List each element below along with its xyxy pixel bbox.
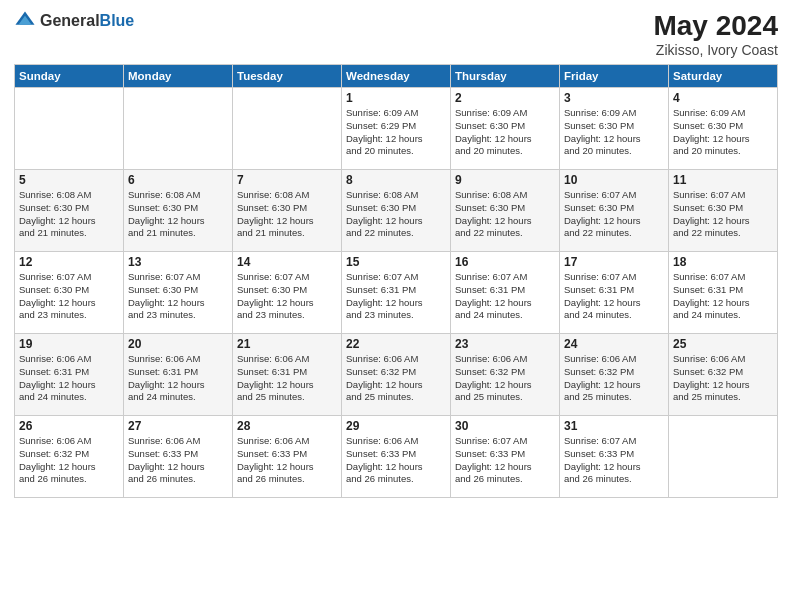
day-number: 23 [455, 337, 555, 351]
day-info: Sunrise: 6:06 AM Sunset: 6:33 PM Dayligh… [237, 435, 337, 486]
day-info: Sunrise: 6:07 AM Sunset: 6:30 PM Dayligh… [564, 189, 664, 240]
table-row: 25Sunrise: 6:06 AM Sunset: 6:32 PM Dayli… [669, 334, 778, 416]
table-row: 4Sunrise: 6:09 AM Sunset: 6:30 PM Daylig… [669, 88, 778, 170]
day-number: 6 [128, 173, 228, 187]
header-tuesday: Tuesday [233, 65, 342, 88]
logo: GeneralBlue [14, 10, 134, 32]
day-info: Sunrise: 6:09 AM Sunset: 6:30 PM Dayligh… [455, 107, 555, 158]
day-number: 16 [455, 255, 555, 269]
table-row: 31Sunrise: 6:07 AM Sunset: 6:33 PM Dayli… [560, 416, 669, 498]
table-row: 27Sunrise: 6:06 AM Sunset: 6:33 PM Dayli… [124, 416, 233, 498]
day-number: 10 [564, 173, 664, 187]
calendar-week-4: 19Sunrise: 6:06 AM Sunset: 6:31 PM Dayli… [15, 334, 778, 416]
day-info: Sunrise: 6:07 AM Sunset: 6:31 PM Dayligh… [346, 271, 446, 322]
header-friday: Friday [560, 65, 669, 88]
table-row: 5Sunrise: 6:08 AM Sunset: 6:30 PM Daylig… [15, 170, 124, 252]
table-row: 6Sunrise: 6:08 AM Sunset: 6:30 PM Daylig… [124, 170, 233, 252]
calendar-location: Zikisso, Ivory Coast [653, 42, 778, 58]
calendar-week-1: 1Sunrise: 6:09 AM Sunset: 6:29 PM Daylig… [15, 88, 778, 170]
table-row: 13Sunrise: 6:07 AM Sunset: 6:30 PM Dayli… [124, 252, 233, 334]
header-thursday: Thursday [451, 65, 560, 88]
day-number: 17 [564, 255, 664, 269]
day-info: Sunrise: 6:06 AM Sunset: 6:32 PM Dayligh… [19, 435, 119, 486]
day-info: Sunrise: 6:06 AM Sunset: 6:32 PM Dayligh… [346, 353, 446, 404]
calendar-week-5: 26Sunrise: 6:06 AM Sunset: 6:32 PM Dayli… [15, 416, 778, 498]
day-info: Sunrise: 6:06 AM Sunset: 6:31 PM Dayligh… [128, 353, 228, 404]
day-number: 30 [455, 419, 555, 433]
header-monday: Monday [124, 65, 233, 88]
day-info: Sunrise: 6:09 AM Sunset: 6:30 PM Dayligh… [564, 107, 664, 158]
table-row: 19Sunrise: 6:06 AM Sunset: 6:31 PM Dayli… [15, 334, 124, 416]
table-row: 1Sunrise: 6:09 AM Sunset: 6:29 PM Daylig… [342, 88, 451, 170]
weekday-header-row: Sunday Monday Tuesday Wednesday Thursday… [15, 65, 778, 88]
day-number: 19 [19, 337, 119, 351]
day-number: 22 [346, 337, 446, 351]
day-info: Sunrise: 6:07 AM Sunset: 6:33 PM Dayligh… [455, 435, 555, 486]
day-info: Sunrise: 6:07 AM Sunset: 6:30 PM Dayligh… [19, 271, 119, 322]
day-number: 3 [564, 91, 664, 105]
day-info: Sunrise: 6:06 AM Sunset: 6:32 PM Dayligh… [455, 353, 555, 404]
day-info: Sunrise: 6:07 AM Sunset: 6:30 PM Dayligh… [237, 271, 337, 322]
table-row: 3Sunrise: 6:09 AM Sunset: 6:30 PM Daylig… [560, 88, 669, 170]
day-info: Sunrise: 6:06 AM Sunset: 6:33 PM Dayligh… [128, 435, 228, 486]
day-number: 1 [346, 91, 446, 105]
day-info: Sunrise: 6:07 AM Sunset: 6:30 PM Dayligh… [128, 271, 228, 322]
table-row: 11Sunrise: 6:07 AM Sunset: 6:30 PM Dayli… [669, 170, 778, 252]
day-info: Sunrise: 6:07 AM Sunset: 6:31 PM Dayligh… [564, 271, 664, 322]
day-number: 18 [673, 255, 773, 269]
day-info: Sunrise: 6:09 AM Sunset: 6:30 PM Dayligh… [673, 107, 773, 158]
day-info: Sunrise: 6:08 AM Sunset: 6:30 PM Dayligh… [237, 189, 337, 240]
table-row: 17Sunrise: 6:07 AM Sunset: 6:31 PM Dayli… [560, 252, 669, 334]
calendar-week-3: 12Sunrise: 6:07 AM Sunset: 6:30 PM Dayli… [15, 252, 778, 334]
day-number: 20 [128, 337, 228, 351]
day-info: Sunrise: 6:08 AM Sunset: 6:30 PM Dayligh… [346, 189, 446, 240]
table-row: 29Sunrise: 6:06 AM Sunset: 6:33 PM Dayli… [342, 416, 451, 498]
day-number: 5 [19, 173, 119, 187]
header-saturday: Saturday [669, 65, 778, 88]
day-number: 7 [237, 173, 337, 187]
table-row: 20Sunrise: 6:06 AM Sunset: 6:31 PM Dayli… [124, 334, 233, 416]
day-number: 12 [19, 255, 119, 269]
table-row [15, 88, 124, 170]
day-info: Sunrise: 6:08 AM Sunset: 6:30 PM Dayligh… [19, 189, 119, 240]
table-row: 23Sunrise: 6:06 AM Sunset: 6:32 PM Dayli… [451, 334, 560, 416]
day-number: 9 [455, 173, 555, 187]
day-number: 25 [673, 337, 773, 351]
table-row: 10Sunrise: 6:07 AM Sunset: 6:30 PM Dayli… [560, 170, 669, 252]
day-info: Sunrise: 6:07 AM Sunset: 6:30 PM Dayligh… [673, 189, 773, 240]
day-number: 29 [346, 419, 446, 433]
day-number: 11 [673, 173, 773, 187]
day-info: Sunrise: 6:07 AM Sunset: 6:33 PM Dayligh… [564, 435, 664, 486]
day-number: 8 [346, 173, 446, 187]
table-row: 28Sunrise: 6:06 AM Sunset: 6:33 PM Dayli… [233, 416, 342, 498]
day-info: Sunrise: 6:06 AM Sunset: 6:31 PM Dayligh… [237, 353, 337, 404]
day-info: Sunrise: 6:08 AM Sunset: 6:30 PM Dayligh… [455, 189, 555, 240]
calendar-table: Sunday Monday Tuesday Wednesday Thursday… [14, 64, 778, 498]
table-row: 14Sunrise: 6:07 AM Sunset: 6:30 PM Dayli… [233, 252, 342, 334]
day-info: Sunrise: 6:06 AM Sunset: 6:33 PM Dayligh… [346, 435, 446, 486]
day-number: 21 [237, 337, 337, 351]
table-row: 26Sunrise: 6:06 AM Sunset: 6:32 PM Dayli… [15, 416, 124, 498]
table-row: 16Sunrise: 6:07 AM Sunset: 6:31 PM Dayli… [451, 252, 560, 334]
day-number: 27 [128, 419, 228, 433]
table-row: 24Sunrise: 6:06 AM Sunset: 6:32 PM Dayli… [560, 334, 669, 416]
table-row: 18Sunrise: 6:07 AM Sunset: 6:31 PM Dayli… [669, 252, 778, 334]
title-block: May 2024 Zikisso, Ivory Coast [653, 10, 778, 58]
day-number: 15 [346, 255, 446, 269]
table-row [233, 88, 342, 170]
table-row: 7Sunrise: 6:08 AM Sunset: 6:30 PM Daylig… [233, 170, 342, 252]
table-row: 21Sunrise: 6:06 AM Sunset: 6:31 PM Dayli… [233, 334, 342, 416]
table-row: 12Sunrise: 6:07 AM Sunset: 6:30 PM Dayli… [15, 252, 124, 334]
day-info: Sunrise: 6:06 AM Sunset: 6:32 PM Dayligh… [673, 353, 773, 404]
table-row: 9Sunrise: 6:08 AM Sunset: 6:30 PM Daylig… [451, 170, 560, 252]
table-row [669, 416, 778, 498]
day-number: 14 [237, 255, 337, 269]
day-number: 28 [237, 419, 337, 433]
day-number: 26 [19, 419, 119, 433]
page-header: GeneralBlue May 2024 Zikisso, Ivory Coas… [14, 10, 778, 58]
calendar-title: May 2024 [653, 10, 778, 42]
table-row: 22Sunrise: 6:06 AM Sunset: 6:32 PM Dayli… [342, 334, 451, 416]
day-number: 2 [455, 91, 555, 105]
day-info: Sunrise: 6:07 AM Sunset: 6:31 PM Dayligh… [673, 271, 773, 322]
logo-general: GeneralBlue [40, 12, 134, 30]
